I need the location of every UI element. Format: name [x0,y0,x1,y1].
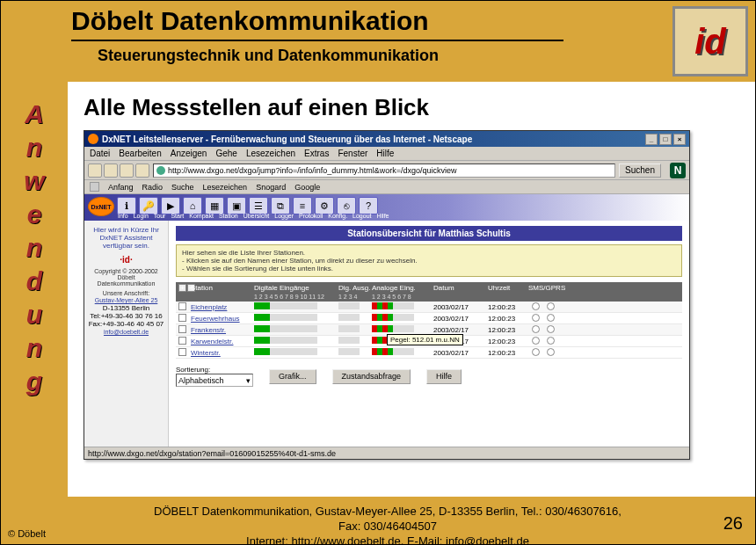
menu-item[interactable]: Datei [90,149,110,158]
menu-item[interactable]: Bearbeiten [119,149,161,158]
minimize-button[interactable]: _ [645,134,658,145]
digital-out-leds [338,302,372,311]
row-checkbox[interactable] [178,348,186,356]
footer-line2: Internet: http://www.doebelt.de, E-Mail:… [246,534,529,545]
gprs-radio[interactable] [547,314,555,322]
row-date: 2003/02/17 [433,326,488,334]
action-row: Sortierung: Alphabetisch▾ Grafik... Zust… [176,366,682,387]
expand-all-button[interactable]: + [178,284,186,292]
window-title: DxNET Leitstellenserver - Fernüberwachun… [102,134,472,144]
sms-radio[interactable] [532,302,540,310]
hilfe-button[interactable]: Hilfe [426,369,462,384]
menu-item[interactable]: Gehe [215,149,236,158]
gprs-radio[interactable] [547,348,555,356]
app-menu-label: Station [219,213,238,221]
col-date[interactable]: Datum [433,284,488,292]
col-station[interactable]: Station [191,284,254,292]
row-time: 12:00:23 [488,338,528,345]
app-menu-tour[interactable]: ▶ [161,197,180,214]
row-checkbox[interactable] [178,325,186,333]
row-checkbox[interactable] [178,337,186,345]
sidebar-letter: w [24,164,44,198]
main-title: Döbelt Datenkommunikation [71,6,634,36]
bookmark-link[interactable]: Anfang [108,183,134,192]
back-button[interactable] [88,164,102,178]
home-icon[interactable] [90,182,99,192]
row-checkbox[interactable] [178,314,186,322]
bookmark-link[interactable]: Snogard [256,183,286,192]
window-titlebar[interactable]: DxNET Leitstellenserver - Fernüberwachun… [84,131,689,147]
app-menu-label: Konfig. [328,213,347,221]
menu-item[interactable]: Lesezeichen [246,149,295,158]
grafik-button[interactable]: Grafik... [269,369,316,384]
sort-label: Sortierung: [176,366,253,374]
station-link[interactable]: Eichenplatz [191,303,227,311]
address-toolbar: http://www.dxgo.net/dxgo/jump?info=/info… [84,161,689,180]
sms-radio[interactable] [532,337,540,345]
stop-button[interactable] [135,164,149,178]
app-menu-start[interactable]: ⌂ [183,197,202,214]
app-menu-label: Login [134,213,149,221]
app-menu-übersicht[interactable]: ☰ [249,197,268,214]
address-tel: Tel:+49-30-46 30 76 16 [90,312,163,320]
address-line2: D-13355 Berlin [103,304,149,312]
bookmark-link[interactable]: Google [294,183,320,192]
digital-in-leds [254,314,338,323]
app-menu-logout[interactable]: ⎋ [337,197,356,214]
app-menu-logger[interactable]: ⧉ [271,197,290,214]
zustand-button[interactable]: Zustandsabfrage [332,369,411,384]
netscape-logo-icon: N [670,163,686,178]
app-menu-info[interactable]: ℹ [117,197,136,214]
app-menu-login[interactable]: 🔑 [139,197,158,214]
sidebar-letter: e [27,198,42,231]
station-link[interactable]: Winterstr. [191,349,221,357]
menu-item[interactable]: Fenster [338,149,367,158]
search-button[interactable]: Suchen [619,164,661,178]
url-text: http://www.dxgo.net/dxgo/jump?info=/info… [168,166,457,175]
menu-item[interactable]: Extras [304,149,329,158]
row-checkbox[interactable] [178,302,186,310]
slide: Döbelt Datenkommunikation Steuerungstech… [0,0,756,545]
app-menu-station[interactable]: ▣ [227,197,246,214]
address-input[interactable]: http://www.dxgo.net/dxgo/jump?info=/info… [153,164,615,178]
col-digital-out: Dig. Ausg. [338,284,372,292]
digital-in-leds [254,325,338,334]
sms-radio[interactable] [532,314,540,322]
sort-select[interactable]: Alphabetisch▾ [176,374,253,387]
menu-item[interactable]: Anzeigen [171,149,207,158]
bookmark-link[interactable]: Lesezeichen [203,183,248,192]
bookmark-link[interactable]: Suche [171,183,194,192]
sidebar-letter: n [26,131,42,164]
station-link[interactable]: Karwendelstr. [191,338,233,345]
info-line: Hier sehen sie die Liste Ihrer Stationen… [182,249,676,257]
col-digital-in: Digitale Eingänge [254,284,338,292]
gprs-radio[interactable] [547,337,555,345]
row-date: 2003/02/17 [433,315,488,323]
address-line1-link[interactable]: Gustav-Meyer-Allee 25 [95,297,158,303]
app-menu-hilfe[interactable]: ? [359,197,378,214]
app-menu-kompakt[interactable]: ▦ [205,197,224,214]
menu-item[interactable]: Hilfe [376,149,394,158]
address-email-link[interactable]: info@doebelt.de [104,329,149,335]
sms-radio[interactable] [532,348,540,356]
close-button[interactable]: × [673,134,686,145]
table-row: Eichenplatz2003/02/1712:00:23 [176,302,682,313]
title-rule [71,40,563,41]
bookmark-link[interactable]: Radio [142,183,164,192]
forward-button[interactable] [104,164,118,178]
info-line: - Klicken sie auf den Namen einer Statio… [182,257,676,265]
maximize-button[interactable]: □ [659,134,672,145]
address-heading: Unsere Anschrift: [88,290,164,296]
gprs-radio[interactable] [547,302,555,310]
station-link[interactable]: Feuerwehrhaus [191,315,240,323]
app-menu-konfig.[interactable]: ⚙ [315,197,334,214]
reload-button[interactable] [120,164,134,178]
station-link[interactable]: Frankenstr. [191,326,226,334]
globe-icon [156,166,165,175]
app-toolbar: DxNET ℹ🔑▶⌂▦▣☰⧉≡⚙⎋? InfoLoginTourStartKom… [84,194,689,221]
copyright-label: © Döbelt [8,528,46,539]
row-time: 12:00:23 [488,315,528,323]
app-menu-protokoll[interactable]: ≡ [293,197,312,214]
gprs-radio[interactable] [547,325,555,333]
sms-radio[interactable] [532,325,540,333]
